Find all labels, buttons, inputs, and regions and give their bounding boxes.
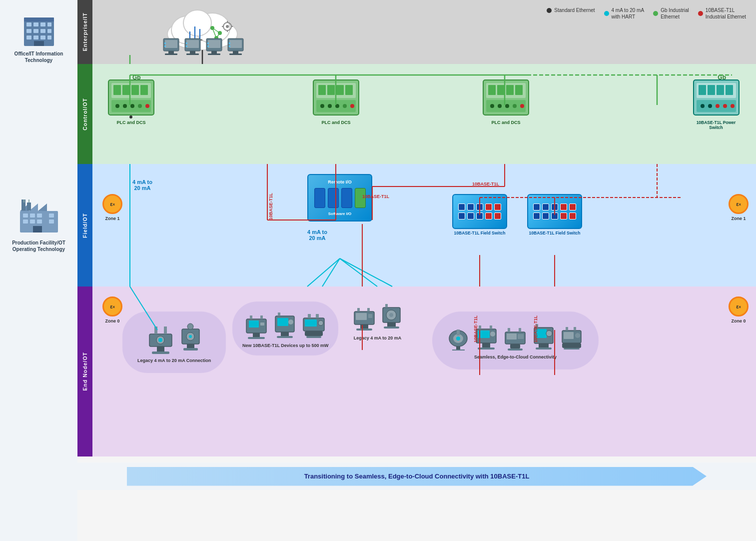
svg-point-87 — [145, 104, 149, 108]
svg-rect-153 — [305, 331, 323, 336]
svg-point-85 — [130, 104, 134, 108]
r-port-8 — [551, 212, 558, 220]
legend-label-standard: Standard Ethernet — [554, 7, 595, 14]
svg-rect-68 — [207, 42, 209, 44]
svg-rect-199 — [564, 348, 580, 350]
svg-rect-174 — [456, 346, 460, 350]
svg-point-99 — [343, 104, 347, 108]
svg-rect-182 — [479, 326, 481, 329]
factory-icon — [19, 198, 59, 234]
zone-control: Control/OT Gb Gb 10BASE-T1L — [77, 64, 756, 164]
svg-rect-106 — [515, 85, 523, 95]
pressure-trans-icon — [179, 322, 202, 354]
svg-point-123 — [723, 104, 727, 108]
svg-rect-163 — [357, 308, 360, 312]
svg-marker-18 — [38, 204, 47, 211]
legacy-4ma-devices — [352, 302, 403, 332]
plc-right: PLC and DCS — [482, 79, 530, 125]
svg-rect-25 — [23, 220, 28, 224]
svg-point-122 — [716, 104, 720, 108]
plc-left: PLC and DCS — [107, 79, 155, 125]
svg-rect-21 — [49, 214, 54, 218]
port-3 — [476, 204, 483, 210]
svg-rect-61 — [186, 54, 199, 55]
plc-right-label: PLC and DCS — [491, 120, 520, 125]
svg-point-98 — [335, 104, 339, 108]
svg-rect-79 — [122, 85, 130, 95]
legend-item-4ma: 4 mA to 20 mAwith HART — [604, 7, 645, 20]
svg-point-112 — [520, 104, 524, 108]
svg-rect-139 — [249, 320, 259, 328]
svg-point-127 — [158, 338, 162, 342]
svg-rect-55 — [165, 54, 177, 55]
new-device-2 — [273, 310, 297, 339]
svg-rect-161 — [360, 324, 368, 328]
svg-rect-169 — [384, 326, 399, 328]
svg-rect-152 — [305, 320, 317, 326]
legacy-4ma-cluster: Legacy 4 mA to 20 mA Connection — [122, 312, 226, 373]
enterprise-zone-tag: Enterprise/IT — [77, 0, 92, 64]
svg-rect-92 — [327, 85, 335, 95]
svg-rect-190 — [519, 328, 521, 332]
svg-rect-116 — [708, 85, 715, 95]
main-container: Office/IT Information Technology — [0, 0, 756, 541]
legend-dot-4ma — [604, 11, 609, 16]
svg-rect-154 — [306, 336, 321, 338]
legend: Standard Ethernet 4 mA to 20 mAwith HART… — [547, 7, 746, 20]
svg-rect-155 — [308, 314, 311, 318]
legacy-dev-2 — [380, 302, 403, 332]
svg-point-100 — [350, 104, 354, 108]
svg-rect-105 — [506, 85, 514, 95]
svg-rect-203 — [574, 327, 576, 330]
legend-label-gb: Gb IndustrialEthernet — [661, 7, 689, 20]
svg-rect-117 — [717, 85, 724, 95]
svg-rect-8 — [40, 29, 45, 33]
flow-meter-icon — [147, 324, 174, 354]
svg-point-134 — [189, 335, 192, 338]
svg-rect-6 — [26, 29, 31, 33]
field-switch-left-label: 10BASE-T1L Field Switch — [454, 230, 506, 236]
svg-rect-20 — [27, 202, 31, 210]
seamless-dev-3 — [503, 323, 528, 350]
svg-rect-148 — [281, 332, 289, 336]
field-content: εx Zone 1 4 mA to20 mA 10BASE-T1L Remote… — [92, 164, 756, 286]
svg-point-88 — [129, 116, 132, 118]
new-device-1 — [244, 312, 269, 339]
svg-rect-142 — [248, 337, 265, 339]
svg-rect-91 — [318, 85, 326, 95]
r-port-9 — [560, 212, 567, 220]
legend-label-10base: 10BASE-T1LIndustrial Ethernet — [706, 7, 746, 20]
arrow-body: Transitioning to Seamless, Edge-to-Cloud… — [127, 467, 707, 486]
port-8 — [476, 212, 483, 220]
remote-io-top-label: Remote I/O — [328, 180, 352, 184]
4ma-center-label: 4 mA to20 mA — [307, 229, 327, 241]
svg-point-173 — [456, 336, 460, 340]
svg-rect-135 — [187, 344, 194, 348]
svg-point-147 — [288, 320, 293, 324]
switch-ports-left-2 — [458, 212, 501, 220]
svg-rect-187 — [510, 344, 520, 348]
office-label: Office/IT Information Technology — [0, 50, 77, 64]
r-port-7 — [542, 212, 549, 220]
legacy-dev-1 — [352, 304, 376, 332]
svg-rect-186 — [518, 334, 524, 339]
svg-rect-93 — [336, 85, 344, 95]
svg-rect-195 — [536, 348, 552, 350]
svg-point-97 — [328, 104, 332, 108]
legend-dot-gb — [653, 11, 658, 16]
server-monitors — [162, 38, 244, 60]
svg-rect-10 — [26, 36, 31, 40]
field-zone-tag: Field/OT — [77, 164, 92, 286]
plc-center: PLC and DCS — [312, 79, 360, 125]
field-switch-left-device — [452, 194, 507, 229]
legacy-4ma-center: Legacy 4 mA to 20 mA — [352, 302, 403, 340]
svg-point-47 — [226, 25, 229, 28]
svg-rect-62 — [186, 42, 187, 44]
svg-rect-27 — [37, 220, 42, 224]
io-slot-3 — [341, 188, 352, 208]
svg-rect-189 — [508, 328, 510, 332]
svg-rect-1 — [24, 18, 54, 22]
software-io-label: Software I/O — [328, 212, 352, 216]
plc-right-device — [482, 79, 530, 119]
svg-rect-175 — [452, 350, 465, 350]
